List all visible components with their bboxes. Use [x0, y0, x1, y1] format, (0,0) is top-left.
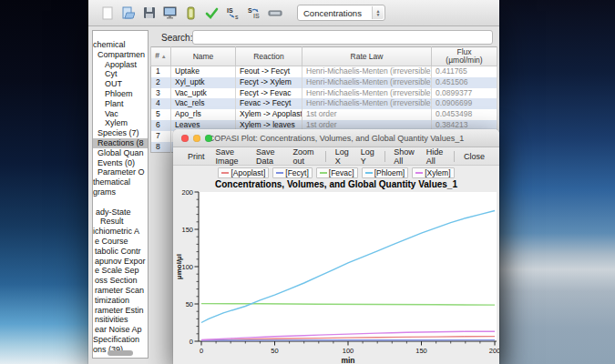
flux-value: 0.411765: [432, 66, 497, 77]
convert-is-to-s-icon[interactable]: ISs: [225, 5, 241, 21]
zoom-out-button[interactable]: Zoom out: [287, 147, 322, 166]
legend-color-dash: [415, 172, 423, 174]
sidebar-item[interactable]: Events (0): [93, 158, 148, 168]
log-y-button[interactable]: Log Y: [355, 147, 381, 166]
legend-color-dash: [365, 172, 373, 174]
reaction-equation: Xylem -> Apoplast: [236, 109, 302, 120]
sidebar-item-selected[interactable]: Reactions (8: [93, 138, 148, 148]
hide-all-button[interactable]: Hide All: [421, 147, 451, 166]
sidebar-item[interactable]: nsitivities: [93, 315, 148, 325]
desktop-wallpaper-right: [497, 0, 615, 364]
sidebar-item[interactable]: rameter Estin: [93, 306, 148, 316]
table-row[interactable]: 5Apo_rlsXylem -> Apoplast1st order0.0453…: [151, 109, 497, 120]
slideshow-icon[interactable]: [162, 5, 178, 21]
svg-text:100: 100: [343, 347, 354, 355]
column-header-ratelaw[interactable]: Rate Law: [302, 47, 432, 66]
sidebar-item[interactable]: rameter Scan: [93, 286, 148, 296]
sidebar-item[interactable]: ear Noise Ap: [93, 325, 148, 335]
row-num: 7: [151, 131, 171, 142]
sidebar-item: [93, 197, 148, 207]
column-header-name[interactable]: Name: [171, 47, 236, 66]
plot-titlebar[interactable]: COPASI Plot: Concentrations, Volumes, an…: [173, 129, 499, 147]
sidebar-item[interactable]: ady-State: [93, 207, 148, 217]
sidebar-item[interactable]: Cyt: [93, 69, 148, 79]
apply-check-icon[interactable]: [204, 5, 220, 21]
sidebar-item[interactable]: Global Quan: [93, 148, 148, 158]
svg-text:100: 100: [181, 263, 193, 271]
legend-item-apoplast[interactable]: [Apoplast]: [218, 167, 269, 178]
svg-text:IS: IS: [227, 7, 233, 14]
row-num: 4: [151, 98, 171, 109]
sidebar-item[interactable]: thematical: [93, 177, 148, 187]
table-row[interactable]: 4Vac_relsFevac -> FecytHenri-Michaelis-M…: [151, 98, 497, 109]
close-button[interactable]: Close: [458, 152, 490, 161]
print-button[interactable]: Print: [182, 152, 210, 161]
close-window-button[interactable]: [181, 135, 189, 142]
exit-icon[interactable]: [183, 5, 199, 21]
legend-label: [Fecyt]: [285, 168, 309, 177]
sidebar-item[interactable]: Compartmen: [93, 50, 148, 60]
zoom-window-button[interactable]: [205, 135, 212, 142]
convert-s-to-is-icon[interactable]: SIS: [246, 5, 261, 21]
legend-item-fevac[interactable]: [Fevac]: [316, 167, 358, 178]
dropdown-stepper-icon[interactable]: ▲▼: [372, 6, 384, 19]
column-header-flux[interactable]: Flux(µmol/min): [432, 47, 497, 66]
sidebar-item[interactable]: OUT: [93, 79, 148, 89]
legend-item-fecyt[interactable]: [Fecyt]: [272, 167, 313, 178]
sidebar-item[interactable]: timization: [93, 296, 148, 306]
horizontal-scrollbar-thumb[interactable]: [108, 350, 133, 356]
show-all-button[interactable]: Show All: [388, 147, 420, 166]
rate-law: 1st order: [302, 109, 432, 120]
sidebar-item[interactable]: tabolic Contr: [93, 247, 148, 257]
sidebar-item[interactable]: e Scale Sep: [93, 266, 148, 276]
sidebar-item[interactable]: grams: [93, 187, 148, 197]
sidebar-item[interactable]: Species (7): [93, 128, 148, 138]
model-tree-panel: chemicalCompartmenApoplastCytOUTPhloemPl…: [92, 30, 149, 359]
reaction-name: Vac_rels: [171, 98, 236, 109]
sort-ascending-icon: ▲: [159, 54, 167, 59]
svg-text:50: 50: [186, 300, 193, 308]
sidebar-item[interactable]: apunov Expor: [93, 257, 148, 267]
minimize-window-button[interactable]: [193, 135, 200, 142]
slider-icon[interactable]: [267, 5, 282, 21]
row-num: 1: [151, 66, 171, 77]
sidebar-item[interactable]: Result: [93, 217, 148, 227]
save-icon[interactable]: [141, 5, 157, 21]
new-file-icon[interactable]: [99, 5, 115, 21]
save-image-button[interactable]: Save Image: [210, 147, 251, 166]
sidebar-item[interactable]: Plant: [93, 99, 148, 109]
sidebar-item[interactable]: Phloem: [93, 89, 148, 99]
column-header-reaction[interactable]: Reaction: [236, 47, 302, 66]
sidebar-item[interactable]: Parameter O: [93, 167, 148, 177]
main-toolbar: ISsSIS Concentrations ▲▼: [88, 0, 499, 26]
sidebar-item[interactable]: oss Section: [93, 276, 148, 286]
view-mode-dropdown[interactable]: Concentrations ▲▼: [297, 5, 385, 21]
legend-item-xylem[interactable]: [Xylem]: [412, 167, 454, 178]
sidebar-item[interactable]: Apoplast: [93, 60, 148, 70]
table-row[interactable]: 1UptakeFeout -> FecytHenri-Michaelis-Men…: [151, 66, 497, 77]
reaction-equation: Fecyt -> Fevac: [236, 88, 302, 99]
column-header-num[interactable]: # ▲: [151, 47, 171, 66]
table-row[interactable]: 3Vac_uptkFecyt -> FevacHenri-Michaelis-M…: [151, 88, 497, 99]
rate-law: Henri-Michaelis-Menten (irreversible): [302, 88, 432, 99]
legend-item-phloem[interactable]: [Phloem]: [362, 167, 409, 178]
open-file-icon[interactable]: [120, 5, 136, 21]
chart-title: Concentrations, Volumes, and Global Quan…: [173, 179, 499, 190]
log-x-button[interactable]: Log X: [330, 147, 355, 166]
sidebar-item[interactable]: Vac: [93, 109, 148, 119]
rate-law: Henri-Michaelis-Menten (irreversible): [302, 98, 432, 109]
sidebar-item[interactable]: e Course: [93, 237, 148, 247]
legend-label: [Fevac]: [329, 168, 354, 177]
save-data-button[interactable]: Save Data: [251, 147, 287, 166]
plot-legend: [Apoplast][Fecyt][Fevac][Phloem][Xylem]: [173, 167, 499, 178]
sidebar-item[interactable]: ichiometric A: [93, 227, 148, 237]
search-input[interactable]: [192, 30, 493, 45]
plot-body: [Apoplast][Fecyt][Fevac][Phloem][Xylem] …: [173, 166, 499, 364]
reaction-equation: Feout -> Fecyt: [236, 66, 302, 77]
sidebar-item[interactable]: chemical: [93, 40, 148, 50]
sidebar-item[interactable]: Xylem: [93, 118, 148, 128]
chart-plot-area[interactable]: 050100150200050100150200minµmol/µl: [173, 190, 499, 364]
sidebar-item[interactable]: Specification: [93, 335, 148, 345]
table-row[interactable]: 2Xyl_uptkFecyt -> XylemHenri-Michaelis-M…: [151, 77, 497, 88]
svg-text:150: 150: [181, 226, 193, 234]
